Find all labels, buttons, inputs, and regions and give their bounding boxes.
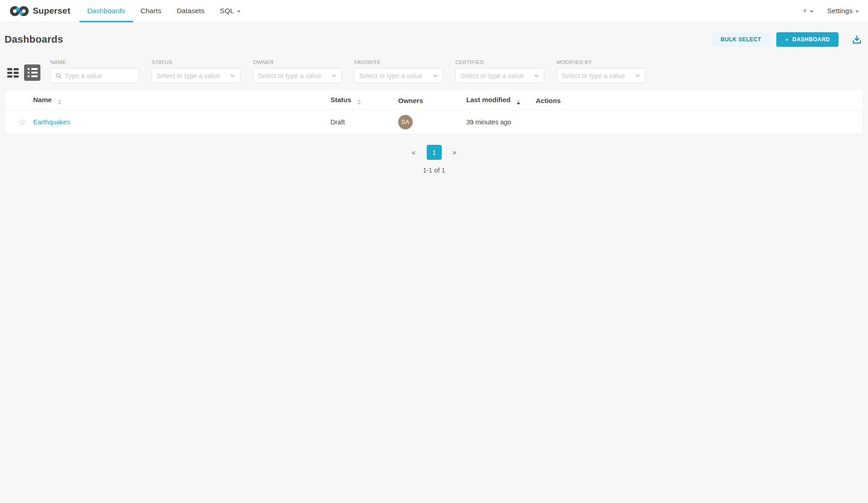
dashboards-table-card: Name Status Owners Last modified Actions <box>5 90 863 134</box>
actions-column-header: Actions <box>536 90 863 110</box>
modified-by-filter-select[interactable]: Select or type a value <box>557 68 646 83</box>
main-nav: Dashboards Charts Datasets SQL <box>79 0 248 22</box>
nav-tab-sql[interactable]: SQL <box>212 0 248 22</box>
superset-logo[interactable]: Superset <box>0 0 70 22</box>
name-filter-input[interactable] <box>65 72 134 79</box>
sort-desc-icon <box>517 99 520 105</box>
search-icon <box>55 73 62 79</box>
filter-name: NAME <box>50 59 139 83</box>
certified-filter-select[interactable]: Select or type a value <box>455 68 544 83</box>
page-1-button[interactable]: 1 <box>427 145 442 160</box>
favorite-star-icon[interactable]: ☆ <box>5 117 26 128</box>
filter-favorite: FAVORITE Select or type a value <box>354 59 443 83</box>
chevron-down-icon <box>237 10 241 13</box>
list-view-toggle-icon[interactable] <box>24 64 40 81</box>
status-column-header[interactable]: Status <box>330 90 398 110</box>
last-modified-column-header[interactable]: Last modified <box>466 90 536 110</box>
filter-label: MODIFIED BY <box>557 59 646 65</box>
chevron-down-icon <box>331 73 337 79</box>
row-count-summary: 1-1 of 1 <box>0 167 868 174</box>
bulk-select-button[interactable]: BULK SELECT <box>712 32 770 47</box>
chevron-down-icon <box>432 73 438 79</box>
chevron-down-icon <box>855 10 859 13</box>
filter-owner: OWNER Select or type a value <box>253 59 342 83</box>
superset-infinity-icon <box>10 5 29 17</box>
page-title: Dashboards <box>5 34 63 45</box>
new-dashboard-button[interactable]: + DASHBOARD <box>776 32 838 47</box>
chevron-down-icon <box>635 73 641 79</box>
chevron-down-icon <box>810 10 814 13</box>
top-navbar: Superset Dashboards Charts Datasets SQL … <box>0 0 868 22</box>
filter-label: STATUS <box>152 59 241 65</box>
pagination: « 1 » <box>0 145 868 160</box>
sort-icon <box>58 99 61 105</box>
owners-column-header: Owners <box>398 90 466 110</box>
filter-label: NAME <box>50 59 139 65</box>
chevron-down-icon <box>230 73 236 79</box>
table-header-row: Name Status Owners Last modified Actions <box>5 90 863 110</box>
name-column-header[interactable]: Name <box>33 90 330 110</box>
filter-label: FAVORITE <box>354 59 443 65</box>
sort-icon <box>357 99 361 105</box>
owner-avatar[interactable]: SA <box>398 115 413 129</box>
nav-tab-dashboards[interactable]: Dashboards <box>79 0 133 22</box>
brand-name: Superset <box>33 6 70 16</box>
next-page-button[interactable]: » <box>450 147 459 158</box>
new-item-menu[interactable]: + <box>803 6 814 15</box>
nav-tab-charts[interactable]: Charts <box>133 0 169 22</box>
filter-label: CERTIFIED <box>455 59 544 65</box>
last-modified-cell: 39 minutes ago <box>466 118 511 126</box>
table-row: ☆ Earthquakes Draft SA 39 minutes ago <box>5 110 863 134</box>
filter-modified-by: MODIFIED BY Select or type a value <box>557 59 646 83</box>
nav-tab-datasets[interactable]: Datasets <box>169 0 212 22</box>
name-filter[interactable] <box>50 68 139 83</box>
favorite-column-header <box>5 90 33 110</box>
status-filter-select[interactable]: Select or type a value <box>152 68 241 83</box>
settings-menu[interactable]: Settings <box>827 7 859 15</box>
card-view-toggle-icon[interactable] <box>7 68 19 78</box>
dashboard-link[interactable]: Earthquakes <box>33 118 70 126</box>
chevron-down-icon <box>533 73 539 79</box>
status-cell: Draft <box>330 118 345 126</box>
prev-page-button[interactable]: « <box>409 147 419 158</box>
dashboards-table: Name Status Owners Last modified Actions <box>5 90 863 134</box>
import-dashboards-button[interactable] <box>851 34 863 45</box>
filter-status: STATUS Select or type a value <box>152 59 241 83</box>
owner-filter-select[interactable]: Select or type a value <box>253 68 342 83</box>
favorite-filter-select[interactable]: Select or type a value <box>354 68 443 83</box>
page-header: Dashboards BULK SELECT + DASHBOARD <box>0 22 868 47</box>
filter-certified: CERTIFIED Select or type a value <box>455 59 544 83</box>
download-icon <box>851 34 863 45</box>
filter-bar: NAME STATUS Select or type a value OWNER… <box>0 59 868 83</box>
actions-cell <box>536 110 863 134</box>
filter-label: OWNER <box>253 59 342 65</box>
